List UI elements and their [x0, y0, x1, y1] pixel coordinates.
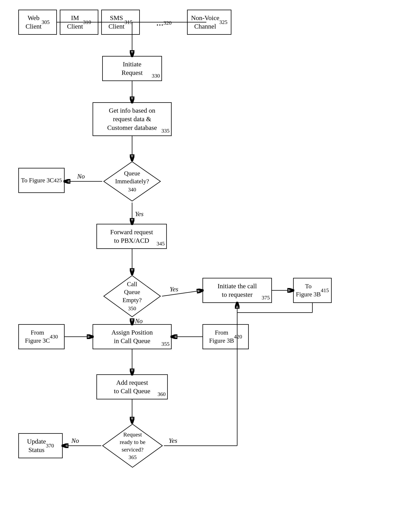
svg-text:Yes: Yes [170, 286, 178, 293]
from-figure-3b-box: FromFigure 3B420 [202, 324, 249, 349]
im-client-box: IMClient310 [60, 10, 98, 35]
svg-text:No: No [71, 437, 79, 444]
assign-position-box: Assign Positionin Call Queue 355 [93, 324, 172, 349]
non-voice-box: Non-VoiceChannel325 [187, 10, 231, 35]
get-info-box: Get info based onrequest data &Customer … [93, 102, 172, 136]
flowchart-diagram: WebClient305 IMClient310 SMSClient315 ..… [0, 0, 420, 509]
arrows-overlay: No Yes Yes No No Yes [0, 0, 420, 509]
from-figure-3c-box: FromFigure 3C430 [18, 324, 65, 349]
to-figure-3c-box: To Figure 3C425 [18, 168, 65, 193]
svg-text:Yes: Yes [169, 437, 177, 444]
forward-request-box: Forward requestto PBX/ACD 345 [97, 224, 167, 249]
svg-line-16 [162, 290, 202, 296]
update-status-box: UpdateStatus370 [18, 433, 63, 458]
initiate-request-box: InitiateRequest 330 [102, 56, 162, 81]
web-client-box: WebClient305 [18, 10, 57, 35]
svg-text:No: No [77, 173, 85, 180]
call-queue-empty-diamond: CallQueueEmpty?350 [102, 274, 162, 318]
queue-immediately-diamond: QueueImmediately?340 [102, 160, 162, 203]
svg-text:No: No [135, 317, 143, 325]
to-figure-3b-box: ToFigure 3B415 [293, 278, 332, 303]
request-ready-diamond: Requestready to beserviced?365 [101, 423, 164, 469]
svg-text:Yes: Yes [135, 210, 143, 217]
sms-client-box: SMSClient315 [101, 10, 140, 35]
add-request-box: Add requestto Call Queue 360 [97, 374, 168, 399]
ellipsis-box: ...320 [145, 10, 183, 35]
initiate-call-box: Initiate the callto requester 375 [202, 278, 272, 303]
